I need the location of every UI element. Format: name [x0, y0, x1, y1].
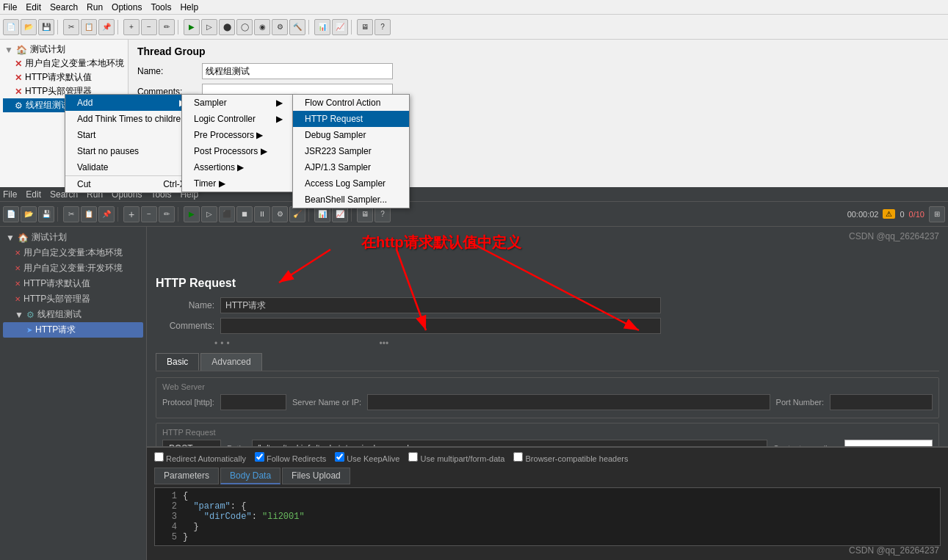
- tb-save-b[interactable]: 💾: [38, 206, 54, 222]
- submenu-sampler[interactable]: Sampler▶: [182, 95, 294, 111]
- menu-search[interactable]: Search: [50, 2, 78, 12]
- menu-edit-b[interactable]: Edit: [26, 189, 41, 200]
- tree-item-http-default[interactable]: ✕ HTTP请求默认值: [3, 70, 125, 84]
- ctx-think-times[interactable]: Add Think Times to children: [65, 111, 198, 127]
- tb-copy[interactable]: 📋: [81, 19, 97, 35]
- menu-run[interactable]: Run: [87, 2, 103, 12]
- ctx-start-no-pause[interactable]: Start no pauses: [65, 143, 198, 159]
- tb-pencil-b[interactable]: ✏: [159, 206, 175, 222]
- tb-copy-b[interactable]: 📋: [81, 206, 97, 222]
- tab-basic[interactable]: Basic: [156, 353, 199, 371]
- ctx-start[interactable]: Start: [65, 127, 198, 143]
- tb-monitor[interactable]: 🖥: [357, 19, 373, 35]
- tree-item-b-threadgroup[interactable]: ▼⚙线程组测试: [3, 307, 143, 322]
- menu-edit[interactable]: Edit: [26, 2, 41, 12]
- cb2-multipart[interactable]: Use multipart/form-data: [408, 452, 504, 463]
- menu-options[interactable]: Options: [112, 2, 142, 12]
- tree-item-b-testplan[interactable]: ▼🏠测试计划: [3, 230, 143, 245]
- tb-start2[interactable]: ▷: [201, 19, 217, 35]
- submenu-pre[interactable]: Pre Processors ▶: [182, 127, 294, 143]
- tb-help[interactable]: ?: [375, 19, 391, 35]
- name-input-b[interactable]: [220, 297, 661, 313]
- tb-save[interactable]: 💾: [38, 19, 54, 35]
- tb-expand-b[interactable]: +: [123, 206, 140, 222]
- item-beanshell[interactable]: BeanShell Sampler...: [293, 192, 409, 208]
- tb-collapse[interactable]: −: [141, 19, 157, 35]
- menu-tools[interactable]: Tools: [151, 2, 171, 12]
- cb2-redirect[interactable]: Redirect Automatically: [154, 452, 246, 463]
- tb-start-b[interactable]: ▶: [184, 206, 200, 222]
- comments-input-b[interactable]: [220, 318, 661, 334]
- name-input[interactable]: [202, 63, 393, 79]
- tb-graph[interactable]: 📊: [314, 19, 330, 35]
- server-row: Protocol [http]: Server Name or IP: Port…: [162, 394, 933, 410]
- tb-open[interactable]: 📂: [21, 19, 37, 35]
- ctx-add[interactable]: Add▶: [65, 95, 198, 111]
- protocol-input[interactable]: [220, 394, 286, 410]
- tb-cut-b[interactable]: ✂: [63, 206, 79, 222]
- tb-circle2[interactable]: ◯: [236, 19, 253, 35]
- body-tab-params[interactable]: Parameters: [154, 468, 219, 484]
- tree-item-b-uservar1[interactable]: ✕用户自定义变量:本地环境: [3, 245, 143, 261]
- dots-center: •••: [380, 338, 389, 349]
- tb-report[interactable]: 📈: [332, 19, 348, 35]
- tree-item-b-httpheader[interactable]: ✕HTTP头部管理器: [3, 291, 143, 307]
- port-input[interactable]: [830, 394, 933, 410]
- tb-circle3[interactable]: ◉: [254, 19, 270, 35]
- error-count: 0/10: [909, 210, 925, 219]
- item-jsr223[interactable]: JSR223 Sampler: [293, 143, 409, 159]
- menu-file-b[interactable]: File: [3, 189, 17, 200]
- tree-item-testplan[interactable]: ▼ 🏠 测试计划: [3, 43, 125, 57]
- tb-expand[interactable]: +: [123, 19, 140, 35]
- tb-start2-b[interactable]: ▷: [201, 206, 217, 222]
- tb-gear-b[interactable]: ⚙: [272, 206, 288, 222]
- tb-collapse-b[interactable]: −: [141, 206, 157, 222]
- body-tab-files[interactable]: Files Upload: [282, 468, 350, 484]
- line-content-4: }: [183, 522, 934, 532]
- server-input[interactable]: [367, 394, 770, 410]
- web-server-label: Web Server: [162, 382, 933, 391]
- tb-stop-b[interactable]: ⬛: [219, 206, 235, 222]
- tb-start[interactable]: ▶: [184, 19, 200, 35]
- tree-item-b-httpdefault[interactable]: ✕HTTP请求默认值: [3, 276, 143, 291]
- item-ajp[interactable]: AJP/1.3 Sampler: [293, 159, 409, 175]
- cb2-browser[interactable]: Browser-compatible headers: [513, 452, 628, 463]
- menubar-top[interactable]: File Edit Search Run Options Tools Help: [0, 0, 948, 15]
- ctx-validate[interactable]: Validate: [65, 159, 198, 175]
- line-content-3: "dirCode": "li2001": [183, 512, 934, 522]
- tree-item-b-httpreq[interactable]: ➤HTTP请求: [3, 322, 143, 338]
- tb-paste[interactable]: 📌: [98, 19, 115, 35]
- menu-file[interactable]: File: [3, 2, 17, 12]
- tree-item-b-uservar2[interactable]: ✕用户自定义变量:开发环境: [3, 261, 143, 276]
- item-access-log[interactable]: Access Log Sampler: [293, 175, 409, 192]
- tb-cut[interactable]: ✂: [63, 19, 79, 35]
- item-flow-control[interactable]: Flow Control Action: [293, 95, 409, 111]
- body-data-section: Redirect Automatically Follow Redirects …: [147, 446, 948, 560]
- tb-gear[interactable]: ⚙: [272, 19, 288, 35]
- thread-group-title: Thread Group: [137, 46, 939, 57]
- tb-open-b[interactable]: 📂: [21, 206, 37, 222]
- submenu-post[interactable]: Post Processors ▶: [182, 143, 294, 159]
- tb-paste-b[interactable]: 📌: [98, 206, 115, 222]
- tb-circle1[interactable]: ⬤: [219, 19, 235, 35]
- submenu-assertions[interactable]: Assertions ▶: [182, 159, 294, 175]
- tab-advanced[interactable]: Advanced: [200, 353, 261, 371]
- code-area[interactable]: 1 { 2 "param": { 3 "dirCode": "li2001" 4…: [154, 487, 941, 546]
- tree-item-uservar-local[interactable]: ✕ 用户自定义变量:本地环境: [3, 57, 125, 70]
- tb-expand-right[interactable]: ⊞: [929, 206, 945, 222]
- menu-help[interactable]: Help: [180, 2, 198, 12]
- submenu-timer[interactable]: Timer ▶: [182, 175, 294, 192]
- tb-broom[interactable]: 🔨: [289, 19, 305, 35]
- body-tab-bodydata[interactable]: Body Data: [220, 468, 281, 484]
- cb2-keepalive[interactable]: Use KeepAlive: [335, 452, 399, 463]
- item-debug-sampler[interactable]: Debug Sampler: [293, 127, 409, 143]
- tb-new[interactable]: 📄: [3, 19, 19, 35]
- submenu-logic[interactable]: Logic Controller▶: [182, 111, 294, 127]
- tb-stop2-b[interactable]: ⏹: [236, 206, 253, 222]
- tb-pencil[interactable]: ✏: [159, 19, 175, 35]
- item-http-request[interactable]: HTTP Request: [293, 111, 409, 127]
- tb-new-b[interactable]: 📄: [3, 206, 19, 222]
- ctx-cut[interactable]: CutCtrl-X: [65, 175, 198, 192]
- tb-pause-b[interactable]: ⏸: [254, 206, 270, 222]
- cb2-follow[interactable]: Follow Redirects: [255, 452, 326, 463]
